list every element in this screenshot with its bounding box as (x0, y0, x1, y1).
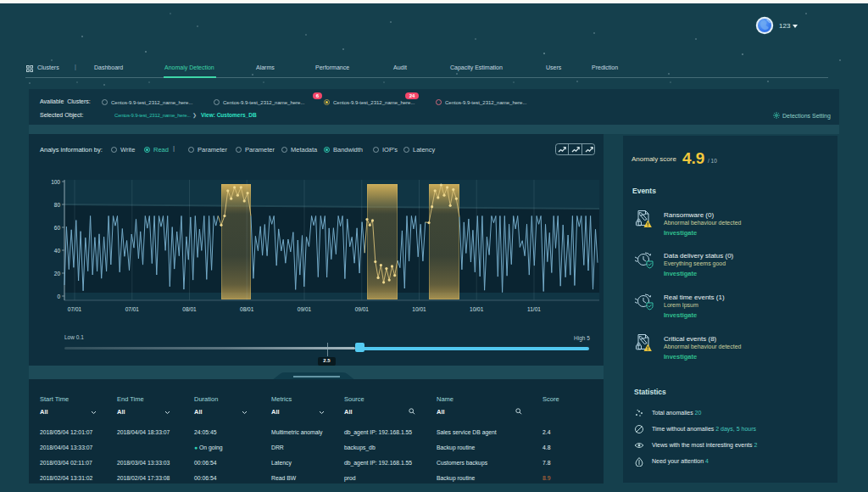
svg-text:40: 40 (54, 248, 61, 254)
svg-text:100: 100 (51, 179, 60, 185)
svg-text:0: 0 (57, 294, 60, 299)
svg-text:07/01: 07/01 (125, 306, 140, 312)
svg-text:09/01: 09/01 (298, 306, 312, 312)
svg-text:11/01: 11/01 (527, 306, 541, 312)
svg-text:60: 60 (54, 225, 61, 231)
svg-text:80: 80 (54, 202, 61, 208)
svg-text:08/01: 08/01 (182, 306, 197, 312)
svg-text:20: 20 (54, 271, 61, 277)
svg-text:10/01: 10/01 (412, 306, 426, 312)
svg-text:07/01: 07/01 (68, 306, 82, 312)
svg-text:10/01: 10/01 (470, 306, 484, 312)
svg-text:09/01: 09/01 (355, 306, 370, 312)
svg-text:08/01: 08/01 (240, 306, 254, 312)
